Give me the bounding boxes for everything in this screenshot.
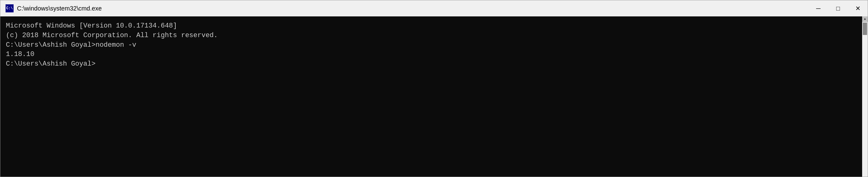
scrollbar[interactable]: ▲ xyxy=(862,17,868,177)
window-controls: ─ □ ✕ xyxy=(808,0,868,17)
terminal-body[interactable]: Microsoft Windows [Version 10.0.17134.64… xyxy=(0,17,868,177)
title-bar: C:\ C:\windows\system32\cmd.exe ─ □ ✕ xyxy=(0,0,868,17)
close-button[interactable]: ✕ xyxy=(848,0,868,17)
window-title: C:\windows\system32\cmd.exe xyxy=(17,5,863,12)
terminal-line: C:\Users\Ashish Goyal>nodemon -v xyxy=(6,41,862,50)
terminal-line: 1.18.10 xyxy=(6,50,862,59)
scrollbar-thumb[interactable] xyxy=(863,23,867,35)
maximize-button[interactable]: □ xyxy=(828,0,848,17)
terminal-line: Microsoft Windows [Version 10.0.17134.64… xyxy=(6,21,862,31)
cmd-icon-text: C:\ xyxy=(6,6,13,10)
cmd-icon-container: C:\ xyxy=(5,4,14,13)
cmd-icon: C:\ xyxy=(5,4,13,12)
terminal-output: Microsoft Windows [Version 10.0.17134.64… xyxy=(6,21,862,69)
scroll-up-arrow[interactable]: ▲ xyxy=(862,17,868,22)
terminal-line: (c) 2018 Microsoft Corporation. All righ… xyxy=(6,31,862,41)
cmd-window: C:\ C:\windows\system32\cmd.exe ─ □ ✕ Mi… xyxy=(0,0,868,177)
minimize-button[interactable]: ─ xyxy=(808,0,828,17)
terminal-line: C:\Users\Ashish Goyal> xyxy=(6,59,862,69)
